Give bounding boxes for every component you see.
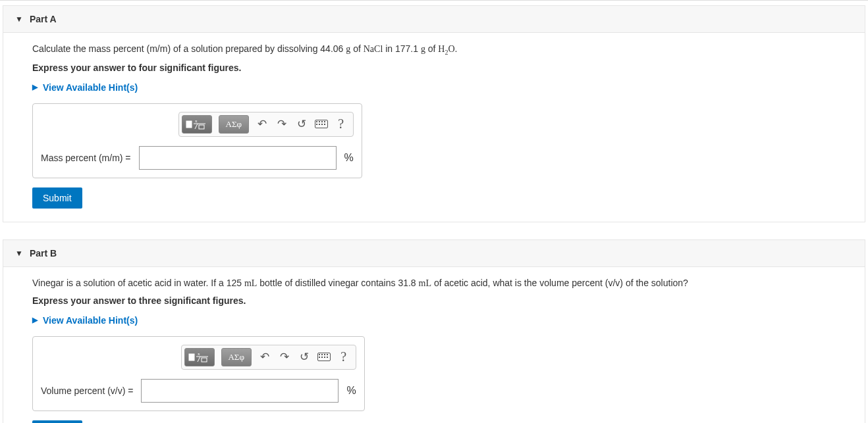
submit-button[interactable]: Submit (32, 420, 82, 423)
part-a-container: ▼ Part A Calculate the mass percent (m/m… (3, 5, 865, 222)
svg-text:x: x (195, 118, 198, 124)
part-a-instruction: Express your answer to four significant … (32, 62, 836, 73)
part-b-header[interactable]: ▼ Part B (3, 240, 865, 267)
part-a-header[interactable]: ▼ Part A (3, 6, 865, 33)
chem-formula: NaCl (364, 44, 383, 54)
help-icon[interactable]: ? (335, 116, 348, 132)
view-hints-link[interactable]: ▶ View Available Hint(s) (32, 82, 836, 93)
hints-label: View Available Hint(s) (43, 82, 138, 93)
svg-rect-2 (199, 125, 204, 129)
unit-label: % (344, 152, 354, 164)
volume-percent-input[interactable] (141, 379, 339, 403)
q-text: . (455, 43, 458, 54)
q-text: of (350, 43, 363, 54)
greek-button[interactable]: ΑΣφ (221, 348, 252, 366)
submit-button[interactable]: Submit (32, 187, 82, 209)
input-label: Volume percent (v/v) = (41, 386, 133, 396)
collapse-icon: ▼ (15, 249, 23, 258)
view-hints-link[interactable]: ▶ View Available Hint(s) (32, 315, 836, 326)
templates-button[interactable]: x (182, 115, 212, 134)
expand-icon: ▶ (32, 316, 38, 324)
undo-icon[interactable]: ↶ (256, 117, 269, 131)
part-a-body: Calculate the mass percent (m/m) of a so… (3, 33, 865, 222)
part-b-title: Part B (30, 248, 57, 259)
chem-formula: H2O (438, 44, 454, 54)
input-row: Mass percent (m/m) = % (41, 146, 354, 170)
svg-rect-5 (202, 358, 207, 362)
undo-icon[interactable]: ↶ (258, 350, 271, 364)
q-text: of acetic acid, what is the volume perce… (431, 278, 688, 288)
q-unit: g (421, 44, 425, 54)
part-b-question: Vinegar is a solution of acetic acid in … (32, 278, 836, 289)
input-row: Volume percent (v/v) = % (41, 379, 356, 403)
unit-label: % (346, 385, 356, 397)
expand-icon: ▶ (32, 83, 38, 91)
answer-box: x ΑΣφ ↶ ↷ ↺ ? Volume percent (v/v) = (32, 336, 365, 411)
keyboard-icon[interactable] (317, 353, 331, 361)
keyboard-icon[interactable] (315, 120, 328, 128)
redo-icon[interactable]: ↷ (278, 350, 291, 364)
q-text: Calculate the mass percent (m/m) of a so… (32, 43, 346, 54)
mass-percent-input[interactable] (139, 146, 337, 170)
q-text: of (425, 43, 438, 54)
reset-icon[interactable]: ↺ (295, 117, 308, 131)
hints-label: View Available Hint(s) (43, 315, 138, 326)
equation-toolbar: x ΑΣφ ↶ ↷ ↺ ? (181, 345, 356, 370)
svg-text:x: x (198, 351, 200, 357)
templates-button[interactable]: x (184, 348, 215, 366)
answer-box: x ΑΣφ ↶ ↷ ↺ ? Mass percent (m/m) = (32, 103, 362, 178)
svg-rect-0 (186, 121, 192, 128)
input-label: Mass percent (m/m) = (41, 153, 131, 163)
q-text: in 177.1 (383, 43, 421, 54)
collapse-icon: ▼ (15, 14, 23, 24)
templates-icon: x (186, 118, 208, 130)
templates-icon: x (188, 351, 211, 363)
part-a-question: Calculate the mass percent (m/m) of a so… (32, 43, 836, 56)
q-text: Vinegar is a solution of acetic acid in … (32, 278, 244, 288)
q-text: bottle of distilled vinegar contains 31.… (257, 278, 418, 288)
redo-icon[interactable]: ↷ (275, 117, 288, 131)
part-b-body: Vinegar is a solution of acetic acid in … (3, 267, 865, 423)
reset-icon[interactable]: ↺ (298, 350, 311, 364)
equation-toolbar: x ΑΣφ ↶ ↷ ↺ ? (178, 112, 354, 137)
part-b-container: ▼ Part B Vinegar is a solution of acetic… (3, 239, 865, 423)
svg-rect-3 (189, 354, 194, 361)
help-icon[interactable]: ? (337, 349, 350, 364)
greek-button[interactable]: ΑΣφ (219, 115, 249, 134)
q-unit: mL (419, 278, 431, 288)
part-b-instruction: Express your answer to three significant… (32, 295, 836, 306)
q-unit: mL (244, 278, 257, 288)
part-a-title: Part A (30, 14, 57, 24)
